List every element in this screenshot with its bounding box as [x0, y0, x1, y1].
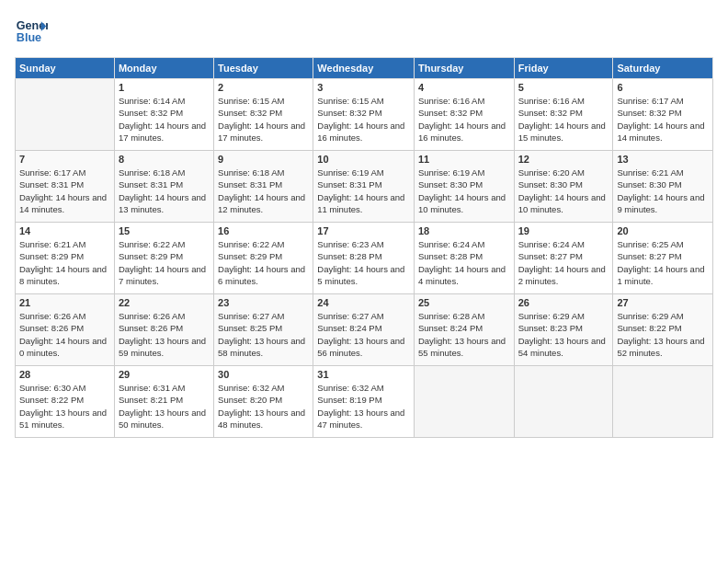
day-info: Sunrise: 6:19 AMSunset: 8:30 PMDaylight:…	[418, 167, 510, 215]
day-info: Sunrise: 6:25 AMSunset: 8:27 PMDaylight:…	[617, 238, 709, 287]
page-container: General Blue SundayMondayTuesdayWednesda…	[0, 0, 728, 445]
day-cell: 2Sunrise: 6:15 AMSunset: 8:32 PMDaylight…	[214, 79, 313, 151]
week-row-4: 21Sunrise: 6:26 AMSunset: 8:26 PMDayligh…	[16, 294, 713, 366]
header: General Blue	[15, 15, 713, 48]
header-monday: Monday	[114, 58, 213, 79]
week-row-2: 7Sunrise: 6:17 AMSunset: 8:31 PMDaylight…	[16, 151, 713, 223]
day-cell: 6Sunrise: 6:17 AMSunset: 8:32 PMDaylight…	[613, 79, 713, 151]
header-wednesday: Wednesday	[313, 58, 415, 79]
day-cell: 5Sunrise: 6:16 AMSunset: 8:32 PMDaylight…	[514, 79, 613, 151]
day-number: 9	[218, 154, 309, 165]
day-number: 21	[19, 297, 110, 308]
header-friday: Friday	[514, 58, 613, 79]
day-cell: 22Sunrise: 6:26 AMSunset: 8:26 PMDayligh…	[114, 294, 213, 366]
header-tuesday: Tuesday	[214, 58, 313, 79]
day-cell: 27Sunrise: 6:29 AMSunset: 8:22 PMDayligh…	[613, 294, 713, 366]
day-cell: 21Sunrise: 6:26 AMSunset: 8:26 PMDayligh…	[16, 294, 115, 366]
day-info: Sunrise: 6:16 AMSunset: 8:32 PMDaylight:…	[418, 95, 510, 144]
day-info: Sunrise: 6:17 AMSunset: 8:31 PMDaylight:…	[19, 167, 110, 215]
day-number: 28	[19, 369, 110, 380]
day-info: Sunrise: 6:20 AMSunset: 8:30 PMDaylight:…	[518, 167, 609, 215]
day-cell: 19Sunrise: 6:24 AMSunset: 8:27 PMDayligh…	[514, 223, 613, 294]
day-info: Sunrise: 6:17 AMSunset: 8:32 PMDaylight:…	[617, 95, 709, 144]
day-number: 19	[518, 225, 609, 236]
day-number: 17	[317, 225, 410, 236]
logo: General Blue	[15, 15, 51, 48]
week-row-5: 28Sunrise: 6:30 AMSunset: 8:22 PMDayligh…	[16, 366, 713, 438]
day-cell	[414, 366, 514, 438]
day-info: Sunrise: 6:23 AMSunset: 8:28 PMDaylight:…	[317, 238, 410, 287]
day-info: Sunrise: 6:29 AMSunset: 8:22 PMDaylight:…	[617, 310, 709, 359]
day-cell: 31Sunrise: 6:32 AMSunset: 8:19 PMDayligh…	[313, 366, 415, 438]
day-cell: 4Sunrise: 6:16 AMSunset: 8:32 PMDaylight…	[414, 79, 514, 151]
calendar-table: SundayMondayTuesdayWednesdayThursdayFrid…	[15, 57, 713, 438]
day-info: Sunrise: 6:16 AMSunset: 8:32 PMDaylight:…	[518, 95, 609, 144]
day-cell: 1Sunrise: 6:14 AMSunset: 8:32 PMDaylight…	[114, 79, 213, 151]
day-info: Sunrise: 6:21 AMSunset: 8:29 PMDaylight:…	[19, 238, 110, 287]
day-info: Sunrise: 6:29 AMSunset: 8:23 PMDaylight:…	[518, 310, 609, 359]
day-cell: 26Sunrise: 6:29 AMSunset: 8:23 PMDayligh…	[514, 294, 613, 366]
day-info: Sunrise: 6:18 AMSunset: 8:31 PMDaylight:…	[218, 167, 309, 215]
day-cell: 8Sunrise: 6:18 AMSunset: 8:31 PMDaylight…	[114, 151, 213, 223]
day-info: Sunrise: 6:26 AMSunset: 8:26 PMDaylight:…	[119, 310, 210, 359]
day-cell	[514, 366, 613, 438]
day-cell: 30Sunrise: 6:32 AMSunset: 8:20 PMDayligh…	[214, 366, 313, 438]
day-cell: 29Sunrise: 6:31 AMSunset: 8:21 PMDayligh…	[114, 366, 213, 438]
calendar-header-row: SundayMondayTuesdayWednesdayThursdayFrid…	[16, 58, 713, 79]
day-info: Sunrise: 6:19 AMSunset: 8:31 PMDaylight:…	[317, 167, 410, 215]
day-cell: 12Sunrise: 6:20 AMSunset: 8:30 PMDayligh…	[514, 151, 613, 223]
header-thursday: Thursday	[414, 58, 514, 79]
day-info: Sunrise: 6:28 AMSunset: 8:24 PMDaylight:…	[418, 310, 510, 359]
day-info: Sunrise: 6:32 AMSunset: 8:19 PMDaylight:…	[317, 382, 410, 431]
day-number: 30	[218, 369, 309, 380]
day-number: 1	[119, 82, 210, 93]
week-row-3: 14Sunrise: 6:21 AMSunset: 8:29 PMDayligh…	[16, 223, 713, 294]
day-info: Sunrise: 6:24 AMSunset: 8:28 PMDaylight:…	[418, 238, 510, 287]
day-number: 31	[317, 369, 410, 380]
day-number: 16	[218, 225, 309, 236]
day-number: 22	[119, 297, 210, 308]
day-cell: 15Sunrise: 6:22 AMSunset: 8:29 PMDayligh…	[114, 223, 213, 294]
day-cell: 25Sunrise: 6:28 AMSunset: 8:24 PMDayligh…	[414, 294, 514, 366]
day-number: 10	[317, 154, 410, 165]
day-number: 18	[418, 225, 510, 236]
day-info: Sunrise: 6:32 AMSunset: 8:20 PMDaylight:…	[218, 382, 309, 431]
day-cell	[16, 79, 115, 151]
day-cell: 18Sunrise: 6:24 AMSunset: 8:28 PMDayligh…	[414, 223, 514, 294]
day-cell: 17Sunrise: 6:23 AMSunset: 8:28 PMDayligh…	[313, 223, 415, 294]
day-number: 27	[617, 297, 709, 308]
day-info: Sunrise: 6:15 AMSunset: 8:32 PMDaylight:…	[218, 95, 309, 144]
day-number: 3	[317, 82, 410, 93]
day-number: 5	[518, 82, 609, 93]
day-cell: 16Sunrise: 6:22 AMSunset: 8:29 PMDayligh…	[214, 223, 313, 294]
day-info: Sunrise: 6:26 AMSunset: 8:26 PMDaylight:…	[19, 310, 110, 359]
day-cell: 9Sunrise: 6:18 AMSunset: 8:31 PMDaylight…	[214, 151, 313, 223]
day-number: 12	[518, 154, 609, 165]
day-cell: 24Sunrise: 6:27 AMSunset: 8:24 PMDayligh…	[313, 294, 415, 366]
day-cell: 10Sunrise: 6:19 AMSunset: 8:31 PMDayligh…	[313, 151, 415, 223]
day-info: Sunrise: 6:24 AMSunset: 8:27 PMDaylight:…	[518, 238, 609, 287]
day-number: 20	[617, 225, 709, 236]
day-info: Sunrise: 6:27 AMSunset: 8:25 PMDaylight:…	[218, 310, 309, 359]
day-number: 8	[119, 154, 210, 165]
day-cell: 7Sunrise: 6:17 AMSunset: 8:31 PMDaylight…	[16, 151, 115, 223]
day-info: Sunrise: 6:15 AMSunset: 8:32 PMDaylight:…	[317, 95, 410, 144]
day-cell: 28Sunrise: 6:30 AMSunset: 8:22 PMDayligh…	[16, 366, 115, 438]
day-number: 7	[19, 154, 110, 165]
day-number: 2	[218, 82, 309, 93]
day-info: Sunrise: 6:22 AMSunset: 8:29 PMDaylight:…	[119, 238, 210, 287]
day-number: 11	[418, 154, 510, 165]
day-number: 15	[119, 225, 210, 236]
logo-icon: General Blue	[15, 15, 48, 48]
day-info: Sunrise: 6:22 AMSunset: 8:29 PMDaylight:…	[218, 238, 309, 287]
day-cell: 13Sunrise: 6:21 AMSunset: 8:30 PMDayligh…	[613, 151, 713, 223]
day-cell: 23Sunrise: 6:27 AMSunset: 8:25 PMDayligh…	[214, 294, 313, 366]
day-info: Sunrise: 6:30 AMSunset: 8:22 PMDaylight:…	[19, 382, 110, 431]
week-row-1: 1Sunrise: 6:14 AMSunset: 8:32 PMDaylight…	[16, 79, 713, 151]
day-cell: 14Sunrise: 6:21 AMSunset: 8:29 PMDayligh…	[16, 223, 115, 294]
day-info: Sunrise: 6:14 AMSunset: 8:32 PMDaylight:…	[119, 95, 210, 144]
day-number: 25	[418, 297, 510, 308]
day-number: 24	[317, 297, 410, 308]
day-number: 4	[418, 82, 510, 93]
day-info: Sunrise: 6:31 AMSunset: 8:21 PMDaylight:…	[119, 382, 210, 431]
